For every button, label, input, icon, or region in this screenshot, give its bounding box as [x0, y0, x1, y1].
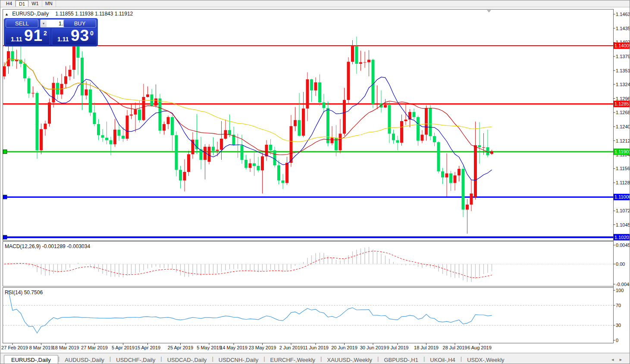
candle-body [228, 130, 231, 135]
price-badge-label: 1.11901 [614, 149, 630, 154]
candle-body [376, 103, 379, 104]
tab-eurchf-weekly[interactable]: EURCHF-,Weekly [265, 355, 321, 364]
candle-body [347, 62, 350, 100]
candle-body [101, 135, 104, 138]
tab-audusd-daily[interactable]: AUDUSD-,Daily [60, 355, 110, 364]
candle-body [466, 205, 469, 210]
candle-body [310, 79, 313, 90]
candle-body [40, 129, 43, 150]
candle-body [241, 145, 244, 160]
candle-body [44, 124, 47, 129]
candle-body [183, 172, 186, 180]
candle-body [179, 170, 182, 180]
price-badge-label: 1.10201 [614, 235, 630, 240]
one-click-trade-panel: SELL ▼ ▲ BUY 1.11 91 2 1.11 93 0 [4, 18, 98, 47]
candle-body [208, 147, 211, 162]
ask-price-button[interactable]: 1.11 93 0 [52, 28, 97, 45]
candle-body [343, 100, 346, 134]
candle-body [212, 147, 215, 151]
price-line-anchor[interactable] [3, 235, 7, 239]
candle-body [265, 145, 268, 156]
tab-gbpusd-h1[interactable]: GBPUSD-,H1 [379, 355, 423, 364]
candle-body [400, 121, 403, 143]
collapse-panel-icon[interactable]: ▲ [5, 12, 9, 16]
macd-indicator-label: MACD(12,26,9) -0.001289 -0.003034 [5, 243, 90, 249]
tab-usdchf-daily[interactable]: USDCHF-,Daily [111, 355, 160, 364]
timeframe-button-w1[interactable]: W1 [28, 0, 42, 7]
candle-body [269, 145, 272, 150]
bid-price-button[interactable]: 1.11 91 2 [5, 28, 50, 45]
candle-body [335, 138, 338, 150]
candle-body [413, 112, 416, 117]
candle-body [93, 112, 96, 124]
price-axis-label: 1.10450 [616, 222, 630, 227]
tab-usdx-weekly[interactable]: USDX-,Weekly [462, 355, 509, 364]
candle-body [253, 163, 256, 166]
timeframe-toolbar: H4D1W1MN [0, 0, 630, 7]
macd-axis-label: 0.004517 [616, 243, 630, 248]
candle-body [421, 135, 424, 141]
timeframe-button-d1[interactable]: D1 [16, 0, 28, 7]
price-axis-label: 1.12120 [616, 138, 630, 143]
candle-body [367, 60, 370, 62]
candle-body [130, 115, 133, 115]
candle-body [126, 115, 129, 139]
candle-body [134, 109, 137, 115]
candle-body [458, 169, 461, 175]
price-badge-label: 1.12851 [614, 101, 630, 106]
ask-price-pipette: 0 [90, 30, 94, 37]
candle-body [113, 130, 116, 144]
tab-usdcnh-daily[interactable]: USDCNH-,Daily [213, 355, 263, 364]
tab-xauusd-weekly[interactable]: XAUUSD-,Weekly [322, 355, 378, 364]
candle-body [261, 156, 264, 171]
candle-body [474, 145, 477, 197]
timeframe-button-mn[interactable]: MN [42, 0, 56, 7]
time-axis-label: 30 Jun 2019 [360, 345, 386, 350]
candle-body [372, 60, 375, 104]
price-axis-label: 1.11285 [616, 180, 630, 185]
ask-price-big: 93 [71, 27, 89, 45]
time-axis-label: 15 Apr 2019 [135, 345, 160, 350]
candle-body [441, 171, 444, 177]
candle-body [122, 136, 125, 139]
tab-eurusd-daily[interactable]: EURUSD-,Daily [4, 355, 58, 364]
time-axis-label: 6 Aug 2019 [467, 345, 492, 350]
tab-ukoil-h4[interactable]: UKOil-,H4 [425, 355, 461, 364]
candle-body [478, 145, 481, 147]
time-axis-label: 8 Mar 2019 [29, 345, 53, 350]
price-line-anchor[interactable] [3, 150, 7, 154]
candle-body [36, 93, 39, 150]
candle-body [326, 108, 329, 143]
candle-body [220, 139, 223, 150]
candle-body [290, 126, 293, 163]
time-axis-label: 11 Jun 2019 [303, 345, 329, 350]
candle-body [282, 180, 285, 183]
price-axis-label: 1.12400 [616, 124, 630, 129]
candle-body [249, 163, 252, 168]
price-badge-label: 1.14009 [614, 43, 630, 48]
candle-body [163, 124, 166, 131]
candle-body [323, 103, 326, 108]
price-line-anchor[interactable] [3, 195, 7, 199]
candle-body [298, 120, 301, 136]
macd-axis-label: 0.00 [616, 261, 625, 267]
tab-usdcad-daily[interactable]: USDCAD-,Daily [162, 355, 212, 364]
time-axis-label: 2 Jun 2019 [279, 345, 303, 350]
candle-body [52, 83, 55, 103]
candle-body [355, 46, 358, 64]
chart-canvas: 1.146351.143551.140751.137951.135151.132… [0, 0, 630, 364]
candle-body [146, 94, 149, 97]
price-axis-label: 1.13240 [616, 82, 630, 87]
tab-scroll-arrows[interactable]: ◄► [611, 358, 627, 362]
candle-body [294, 120, 297, 126]
candle-body [23, 64, 26, 78]
candle-body [138, 109, 141, 120]
timeframe-button-h4[interactable]: H4 [3, 0, 16, 7]
time-axis-label: 14 May 2019 [220, 345, 248, 350]
candle-body [31, 93, 34, 93]
candle-body [187, 154, 190, 172]
candle-body [351, 46, 354, 62]
candle-body [437, 142, 440, 171]
candle-body [257, 166, 260, 171]
chart-symbol-title: EURUSD-,Daily [12, 11, 49, 17]
